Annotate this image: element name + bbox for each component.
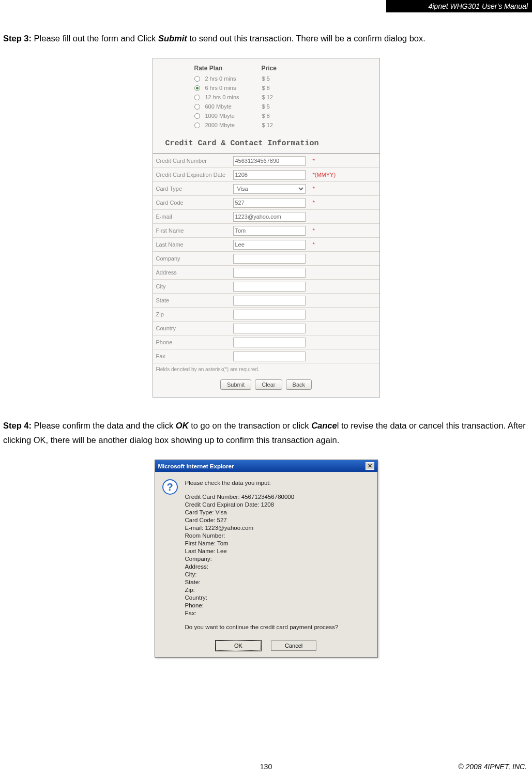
field-label: Fax — [153, 353, 233, 359]
step4-bold-b: Cance — [311, 421, 337, 430]
field-label: Card Type — [153, 186, 233, 192]
rate-row[interactable]: 600 Mbyte$ 5 — [194, 102, 379, 111]
dialog-icon-area: ? — [162, 479, 180, 631]
rate-row[interactable]: 2 hrs 0 mins$ 5 — [194, 74, 379, 83]
field-label: State — [153, 297, 233, 303]
card-code-input[interactable] — [233, 198, 306, 208]
required-mark: * — [311, 227, 315, 234]
radio-icon[interactable] — [194, 113, 200, 119]
step4-text: Step 4: Please confirm the data and the … — [0, 418, 532, 447]
field-label: Address — [153, 269, 233, 276]
page-number: 130 — [260, 762, 272, 771]
required-mark: * — [311, 158, 315, 164]
rate-price: $ 8 — [262, 113, 270, 119]
step3-bold-a: Submit — [158, 34, 187, 43]
dialog-line: State: — [185, 578, 370, 586]
step3-body-b: to send out this transaction. There will… — [187, 34, 425, 43]
ok-button[interactable]: OK — [216, 640, 261, 651]
dialog-line: Zip: — [185, 586, 370, 594]
required-mark: *(MMYY) — [311, 172, 336, 178]
field-label: First Name — [153, 227, 233, 234]
dialog-line: Credit Card Expiration Date: 1208 — [185, 501, 370, 509]
step3-text: Step 3: Please fill out the form and Cli… — [0, 31, 532, 45]
dialog-line: City: — [185, 571, 370, 578]
step3-prefix: Step 3: — [3, 34, 32, 43]
close-icon[interactable]: ✕ — [366, 462, 374, 470]
step4-body-a: Please confirm the data and the click — [32, 421, 176, 430]
radio-icon[interactable] — [194, 104, 200, 110]
dialog-line: Phone: — [185, 602, 370, 609]
phone-input[interactable] — [233, 338, 306, 347]
rate-price: $ 12 — [262, 122, 273, 128]
rate-price: $ 5 — [262, 75, 270, 82]
rate-row[interactable]: 12 hrs 0 mins$ 12 — [194, 93, 379, 102]
radio-icon[interactable] — [194, 123, 200, 128]
rate-row[interactable]: 2000 Mbyte$ 12 — [194, 120, 379, 130]
address-input[interactable] — [233, 268, 306, 278]
field-label: Last Name — [153, 241, 233, 248]
zip-input[interactable] — [233, 310, 306, 319]
submit-button[interactable]: Submit — [220, 379, 251, 390]
radio-icon[interactable] — [194, 95, 200, 100]
state-input[interactable] — [233, 296, 306, 306]
radio-icon[interactable] — [194, 76, 200, 82]
cc-number-input[interactable] — [233, 156, 306, 166]
rate-plan-label: 6 hrs 0 mins — [205, 85, 262, 91]
required-mark: * — [311, 241, 315, 248]
rate-plan-label: 600 Mbyte — [205, 103, 262, 110]
back-button[interactable]: Back — [286, 379, 312, 390]
step4-prefix: Step 4: — [3, 421, 32, 430]
dialog-line: Fax: — [185, 609, 370, 617]
rate-header-price: Price — [262, 65, 277, 72]
card-type-select[interactable]: Visa — [233, 184, 306, 194]
field-label: City — [153, 283, 233, 289]
field-label: Company — [153, 255, 233, 262]
rate-price: $ 5 — [262, 103, 270, 110]
dialog-button-bar: OK Cancel — [155, 637, 377, 657]
radio-icon[interactable] — [194, 85, 200, 91]
rate-plan-table: Rate Plan Price 2 hrs 0 mins$ 5 6 hrs 0 … — [153, 58, 379, 134]
form-screenshot: Rate Plan Price 2 hrs 0 mins$ 5 6 hrs 0 … — [153, 58, 380, 398]
cancel-button[interactable]: Cancel — [271, 640, 316, 651]
dialog-line: Credit Card Number: 4567123456780000 — [185, 493, 370, 501]
rate-row[interactable]: 6 hrs 0 mins$ 8 — [194, 83, 379, 93]
page-footer: 130 © 2008 4IPNET, INC. — [0, 762, 532, 771]
dialog-line: Country: — [185, 594, 370, 602]
cc-exp-input[interactable] — [233, 170, 306, 180]
dialog-line: E-mail: 1223@yahoo.com — [185, 524, 370, 532]
confirm-dialog: Microsoft Internet Explorer ✕ ? Please c… — [155, 460, 378, 658]
doc-header: 4ipnet WHG301 User's Manual — [386, 0, 532, 12]
rate-header-plan: Rate Plan — [194, 65, 262, 72]
dialog-line: Do you want to continue the credit card … — [185, 623, 370, 631]
country-input[interactable] — [233, 324, 306, 333]
first-name-input[interactable] — [233, 226, 306, 236]
field-label: Zip — [153, 311, 233, 317]
email-input[interactable] — [233, 212, 306, 222]
field-label: Country — [153, 325, 233, 331]
required-mark: * — [311, 200, 315, 206]
step4-bold-a: OK — [176, 421, 189, 430]
rate-plan-label: 1000 Mbyte — [205, 113, 262, 119]
rate-row[interactable]: 1000 Mbyte$ 8 — [194, 111, 379, 120]
dialog-line: Please check the data you input: — [185, 479, 370, 487]
fax-input[interactable] — [233, 352, 306, 361]
required-note: Fields denoted by an asterisk(*) are req… — [153, 363, 379, 375]
dialog-titlebar: Microsoft Internet Explorer ✕ — [155, 460, 377, 472]
required-mark: * — [311, 186, 315, 192]
dialog-line: Room Number: — [185, 532, 370, 540]
dialog-line: Card Code: 527 — [185, 516, 370, 524]
field-label: Card Code — [153, 200, 233, 206]
section-title: Credit Card & Contact Information — [153, 134, 379, 154]
last-name-input[interactable] — [233, 240, 306, 250]
field-label: Credit Card Expiration Date — [153, 172, 233, 178]
field-table: Credit Card Number* Credit Card Expirati… — [153, 154, 379, 363]
button-bar: Submit Clear Back — [153, 375, 379, 397]
company-input[interactable] — [233, 254, 306, 264]
city-input[interactable] — [233, 282, 306, 292]
rate-plan-label: 12 hrs 0 mins — [205, 94, 262, 100]
dialog-message: Please check the data you input: Credit … — [180, 479, 370, 631]
copyright: © 2008 4IPNET, INC. — [458, 762, 527, 771]
clear-button[interactable]: Clear — [255, 379, 282, 390]
dialog-line: First Name: Tom — [185, 540, 370, 547]
rate-plan-label: 2000 Mbyte — [205, 122, 262, 128]
